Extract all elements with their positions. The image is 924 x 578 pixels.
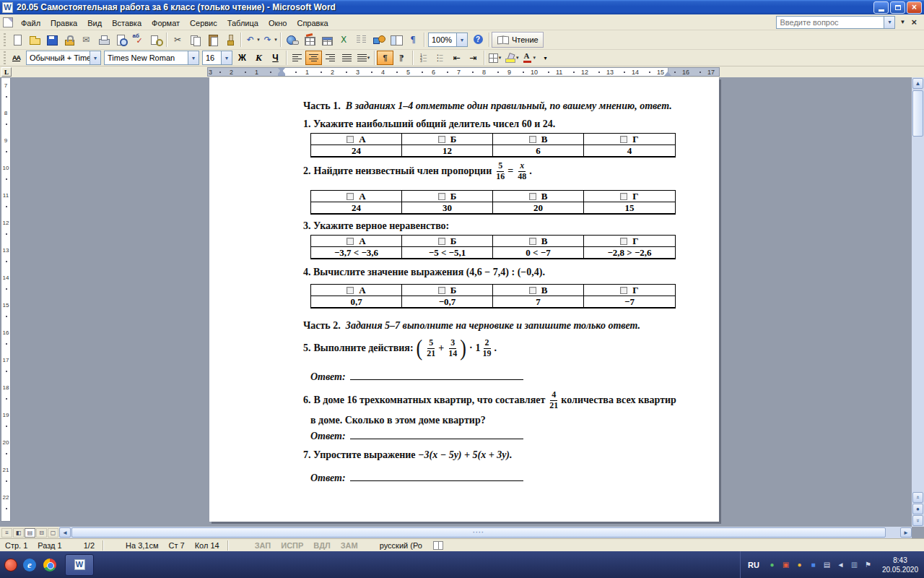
display-icon[interactable]: ▤ bbox=[821, 559, 832, 570]
vertical-scrollbar[interactable]: ▲ « ● » bbox=[912, 77, 924, 527]
rtl-paragraph-button[interactable]: ¶ bbox=[393, 51, 410, 65]
horizontal-ruler[interactable]: 3211234567891011121314151617 bbox=[207, 67, 720, 77]
read-mode-button[interactable]: Чтение bbox=[492, 32, 544, 48]
select-browse-object-button[interactable]: ● bbox=[912, 504, 923, 514]
ask-question-input[interactable] bbox=[776, 16, 884, 29]
chevron-down-icon[interactable]: ▾ bbox=[188, 51, 199, 64]
volume-icon[interactable]: ◄ bbox=[835, 559, 846, 570]
decrease-indent-button[interactable]: ⇤ bbox=[448, 51, 465, 65]
tables-and-borders-button[interactable] bbox=[300, 32, 318, 48]
language-indicator[interactable]: RU bbox=[748, 561, 759, 569]
left-indent-marker[interactable] bbox=[278, 74, 285, 76]
menu-item-2[interactable]: Правка bbox=[45, 17, 82, 30]
print-button[interactable] bbox=[95, 32, 112, 48]
underline-button[interactable]: Ч bbox=[267, 51, 284, 65]
vertical-scroll-thumb[interactable] bbox=[912, 90, 923, 137]
cut-button[interactable]: ✂ bbox=[169, 32, 186, 48]
permission-button[interactable] bbox=[60, 32, 77, 48]
redo-button[interactable]: ↷ bbox=[261, 32, 278, 48]
horizontal-scroll-thumb[interactable] bbox=[71, 527, 886, 538]
chevron-down-icon[interactable]: ▾ bbox=[221, 51, 232, 64]
menu-item-3[interactable]: Вид bbox=[82, 17, 107, 30]
paste-button[interactable] bbox=[204, 32, 221, 48]
menu-item-9[interactable]: Справка bbox=[292, 17, 333, 30]
zoom-combo[interactable]: 100%▾ bbox=[428, 33, 468, 47]
app-icon[interactable]: ■ bbox=[808, 559, 819, 570]
record-macro-toggle[interactable]: ЗАП bbox=[250, 540, 276, 551]
close-button[interactable]: × bbox=[907, 1, 922, 14]
undo-button[interactable]: ↶ bbox=[243, 32, 261, 48]
menu-item-4[interactable]: Вставка bbox=[107, 17, 147, 30]
alert-icon[interactable]: ● bbox=[794, 559, 805, 570]
align-right-button[interactable] bbox=[322, 51, 339, 65]
font-color-button[interactable] bbox=[520, 51, 538, 65]
chevron-down-icon[interactable]: ▾ bbox=[456, 33, 467, 46]
normal-view-button[interactable]: ≡ bbox=[1, 528, 12, 538]
flag-icon[interactable]: ⚑ bbox=[863, 559, 873, 570]
email-button[interactable]: ✉ bbox=[77, 32, 95, 48]
style-combo[interactable]: Обычный + Times ▾ bbox=[26, 51, 101, 65]
toolbar-options-icon[interactable]: ▼ bbox=[895, 19, 910, 25]
bold-button[interactable]: Ж bbox=[234, 51, 250, 65]
borders-button[interactable] bbox=[487, 51, 503, 65]
reading-view-button[interactable]: ▢ bbox=[48, 528, 58, 538]
hyperlink-button[interactable] bbox=[283, 32, 300, 48]
columns-button[interactable] bbox=[352, 32, 370, 48]
network-icon[interactable]: ▥ bbox=[849, 559, 860, 570]
font-size-combo[interactable]: 16 ▾ bbox=[202, 51, 232, 65]
increase-indent-button[interactable]: ⇥ bbox=[465, 51, 481, 65]
spelling-status-icon[interactable] bbox=[433, 541, 443, 550]
vertical-ruler[interactable]: 78910111213141516171819202122 bbox=[1, 77, 11, 522]
font-combo[interactable]: Times New Roman ▾ bbox=[104, 51, 199, 65]
extend-selection-toggle[interactable]: ВДЛ bbox=[308, 540, 335, 551]
insert-table-button[interactable] bbox=[318, 32, 335, 48]
scroll-up-icon[interactable]: ▲ bbox=[912, 78, 923, 89]
horizontal-scrollbar[interactable]: ≡◧▤⊟▢ ◄ ► bbox=[0, 527, 912, 538]
save-button[interactable] bbox=[43, 32, 60, 48]
track-changes-toggle[interactable]: ИСПР bbox=[276, 540, 308, 551]
format-painter-button[interactable] bbox=[221, 32, 238, 48]
styles-and-formatting-button[interactable] bbox=[8, 51, 25, 65]
menu-item-6[interactable]: Сервис bbox=[185, 17, 222, 30]
chevron-down-icon[interactable]: ▾ bbox=[90, 51, 100, 64]
justify-button[interactable] bbox=[339, 51, 355, 65]
tab-selector[interactable]: L bbox=[1, 67, 12, 77]
restore-button[interactable] bbox=[890, 1, 905, 14]
ltr-paragraph-button[interactable]: ¶ bbox=[377, 51, 393, 65]
word-app-icon[interactable]: W bbox=[2, 2, 13, 13]
outline-view-button[interactable]: ⊟ bbox=[36, 528, 47, 538]
toolbar-options-button[interactable]: ▾ bbox=[537, 51, 554, 65]
line-spacing-button[interactable] bbox=[355, 51, 372, 65]
previous-page-button[interactable]: « bbox=[912, 492, 923, 503]
start-button[interactable] bbox=[4, 558, 17, 571]
show-formatting-marks-button[interactable]: ¶ bbox=[404, 32, 422, 48]
bullets-button[interactable]: • — • — • — bbox=[432, 51, 448, 65]
shield-icon[interactable]: ▣ bbox=[780, 559, 791, 570]
minimize-button[interactable] bbox=[873, 1, 889, 14]
scroll-left-icon[interactable]: ◄ bbox=[59, 527, 71, 538]
highlight-button[interactable] bbox=[503, 51, 520, 65]
open-button[interactable] bbox=[25, 32, 43, 48]
document-map-button[interactable] bbox=[387, 32, 404, 48]
align-center-button[interactable] bbox=[305, 51, 322, 65]
spelling-button[interactable] bbox=[129, 32, 147, 48]
menu-item-1[interactable]: Файл bbox=[16, 17, 45, 30]
internet-explorer-icon[interactable]: e bbox=[23, 558, 36, 571]
print-layout-view-button[interactable]: ▤ bbox=[25, 528, 35, 538]
menu-item-8[interactable]: Окно bbox=[263, 17, 292, 30]
overtype-toggle[interactable]: ЗАМ bbox=[336, 540, 363, 551]
new-document-button[interactable] bbox=[8, 32, 25, 48]
web-layout-view-button[interactable]: ◧ bbox=[13, 528, 24, 538]
messenger-icon[interactable]: ● bbox=[767, 559, 777, 570]
right-indent-marker[interactable] bbox=[664, 72, 671, 76]
menu-item-7[interactable]: Таблица bbox=[222, 17, 263, 30]
scroll-right-icon[interactable]: ► bbox=[900, 527, 912, 538]
help-button[interactable] bbox=[469, 32, 487, 48]
document-page[interactable]: Часть 1. В заданиях 1–4 отметьте один пр… bbox=[209, 77, 719, 522]
toolbar-grip[interactable] bbox=[4, 33, 6, 46]
question-dropdown-icon[interactable]: ▾ bbox=[884, 16, 895, 29]
insert-excel-button[interactable]: X bbox=[335, 32, 352, 48]
copy-button[interactable] bbox=[186, 32, 204, 48]
menu-item-5[interactable]: Формат bbox=[147, 17, 185, 30]
document-icon[interactable] bbox=[3, 17, 13, 27]
